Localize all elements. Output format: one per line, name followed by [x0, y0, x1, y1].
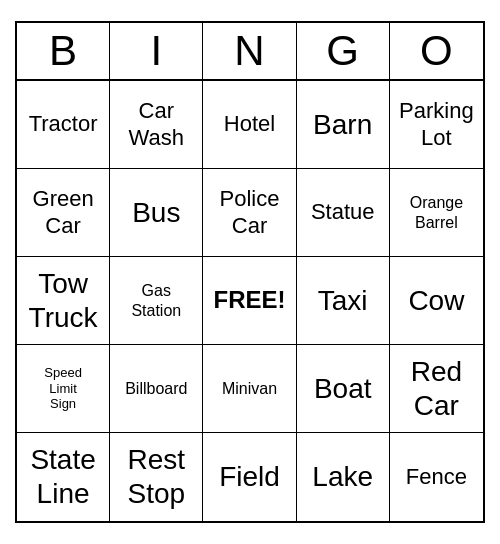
- bingo-header-letter: O: [390, 23, 483, 79]
- bingo-cell: SpeedLimitSign: [17, 345, 110, 433]
- bingo-cell: TowTruck: [17, 257, 110, 345]
- bingo-cell: Statue: [297, 169, 390, 257]
- bingo-cell: RestStop: [110, 433, 203, 521]
- bingo-cell: Boat: [297, 345, 390, 433]
- bingo-cell: RedCar: [390, 345, 483, 433]
- bingo-cell: Minivan: [203, 345, 296, 433]
- bingo-cell: GreenCar: [17, 169, 110, 257]
- bingo-cell: FREE!: [203, 257, 296, 345]
- bingo-header-letter: I: [110, 23, 203, 79]
- bingo-header: BINGO: [17, 23, 483, 81]
- bingo-cell: Taxi: [297, 257, 390, 345]
- bingo-cell: Cow: [390, 257, 483, 345]
- bingo-cell: PoliceCar: [203, 169, 296, 257]
- bingo-grid: TractorCarWashHotelBarnParkingLotGreenCa…: [17, 81, 483, 521]
- bingo-cell: CarWash: [110, 81, 203, 169]
- bingo-card: BINGO TractorCarWashHotelBarnParkingLotG…: [15, 21, 485, 523]
- bingo-cell: Fence: [390, 433, 483, 521]
- bingo-header-letter: B: [17, 23, 110, 79]
- bingo-cell: OrangeBarrel: [390, 169, 483, 257]
- bingo-cell: GasStation: [110, 257, 203, 345]
- bingo-cell: Tractor: [17, 81, 110, 169]
- bingo-cell: Hotel: [203, 81, 296, 169]
- bingo-cell: Barn: [297, 81, 390, 169]
- bingo-cell: StateLine: [17, 433, 110, 521]
- bingo-header-letter: N: [203, 23, 296, 79]
- bingo-header-letter: G: [297, 23, 390, 79]
- bingo-cell: Lake: [297, 433, 390, 521]
- bingo-cell: Bus: [110, 169, 203, 257]
- bingo-cell: Billboard: [110, 345, 203, 433]
- bingo-cell: Field: [203, 433, 296, 521]
- bingo-cell: ParkingLot: [390, 81, 483, 169]
